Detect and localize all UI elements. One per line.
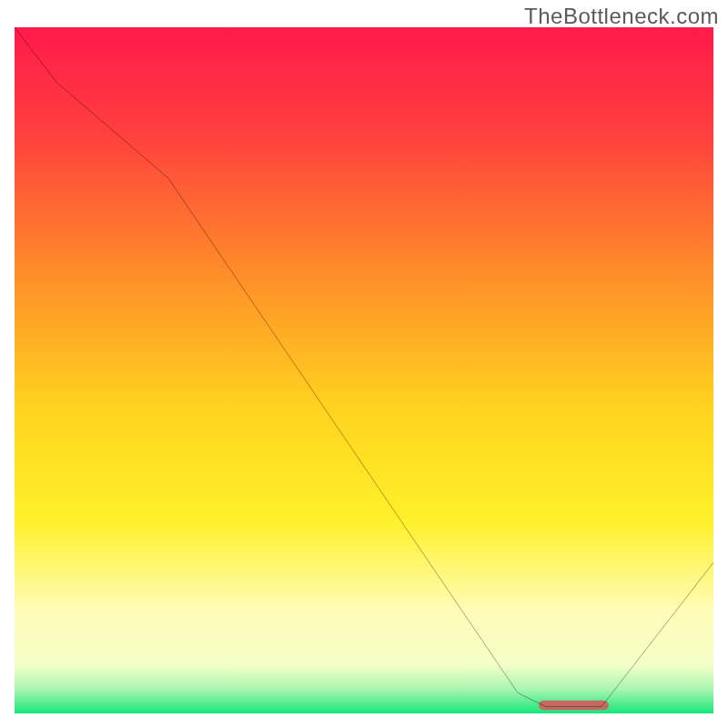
watermark-text: TheBottleneck.com	[524, 4, 719, 29]
bottleneck-chart	[15, 27, 713, 713]
gradient-background	[15, 27, 713, 713]
target-band-marker	[539, 701, 609, 711]
chart-frame: TheBottleneck.com	[0, 0, 728, 728]
